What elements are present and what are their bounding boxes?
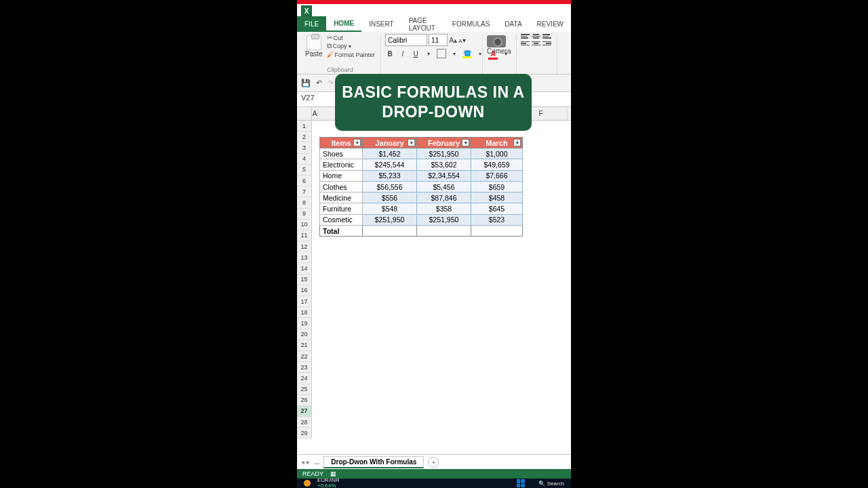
fill-color-button[interactable]: 🪣 (462, 49, 472, 58)
save-icon[interactable]: 💾 (301, 79, 311, 87)
taskbar-search[interactable]: 🔍 Search (538, 481, 564, 487)
row-header[interactable]: 20 (297, 329, 312, 340)
sheet-nav[interactable]: ◂▸ (301, 458, 310, 466)
row-header[interactable]: 21 (297, 340, 312, 351)
tab-review[interactable]: REVIEW (530, 16, 571, 32)
filter-icon[interactable]: ▾ (462, 139, 469, 146)
col-header-A[interactable]: A (312, 107, 318, 120)
italic-button[interactable]: I (398, 49, 408, 58)
th-march[interactable]: March▾ (471, 137, 523, 148)
row-header[interactable]: 29 (297, 428, 312, 439)
cell-jan[interactable]: $1,452 (363, 148, 417, 159)
th-february[interactable]: February▾ (417, 137, 471, 148)
tab-home[interactable]: HOME (326, 16, 361, 32)
row-header[interactable]: 24 (297, 373, 312, 384)
cell-mar[interactable]: $1,000 (471, 148, 523, 159)
align-middle-button[interactable] (532, 34, 540, 39)
row-header[interactable]: 25 (297, 384, 312, 395)
row-header[interactable]: 28 (297, 417, 312, 428)
cell-jan[interactable]: $556 (363, 192, 417, 203)
tab-formulas[interactable]: FORMULAS (445, 16, 498, 32)
align-left-button[interactable] (521, 41, 530, 46)
tab-data[interactable]: DATA (497, 16, 529, 32)
row-header[interactable]: 4 (297, 154, 312, 165)
font-size-combo[interactable] (429, 34, 448, 46)
cell-item[interactable]: Shoes (319, 148, 363, 159)
row-header[interactable]: 19 (297, 318, 312, 329)
cell-feb[interactable]: $5,456 (417, 182, 471, 192)
cell-jan[interactable]: $548 (363, 203, 417, 214)
align-center-button[interactable] (532, 41, 540, 46)
row-header[interactable]: 26 (297, 395, 312, 406)
row-header[interactable]: 13 (297, 252, 312, 263)
cell-jan[interactable]: $5,233 (363, 171, 417, 182)
row-header[interactable]: 23 (297, 362, 312, 373)
taskbar-stock-widget[interactable]: EUR/INR +0.64% (317, 478, 340, 488)
align-bottom-button[interactable] (542, 34, 551, 39)
cell-item[interactable]: Clothes (319, 182, 363, 192)
cell-mar[interactable]: $659 (471, 182, 523, 192)
row-header[interactable]: 12 (297, 241, 312, 252)
filter-icon[interactable]: ▾ (513, 139, 521, 146)
decrease-font-button[interactable]: A▾ (458, 37, 465, 44)
row-header[interactable]: 16 (297, 285, 312, 296)
windows-start-icon[interactable] (517, 479, 525, 487)
cell-mar[interactable]: $458 (471, 192, 523, 203)
align-top-button[interactable] (521, 34, 530, 39)
redo-button[interactable]: ↷ (328, 79, 334, 87)
tab-file[interactable]: FILE (297, 16, 326, 32)
cell-feb[interactable]: $251,950 (417, 148, 471, 159)
filter-icon[interactable]: ▾ (408, 139, 415, 146)
cell-mar[interactable]: $645 (471, 203, 523, 214)
increase-font-button[interactable]: A▴ (449, 36, 457, 44)
cell-feb[interactable]: $251,950 (417, 215, 471, 226)
cell-feb[interactable]: $358 (417, 203, 471, 214)
camera-icon[interactable] (487, 35, 506, 47)
cell-item[interactable]: Medicine (319, 192, 363, 203)
row-header[interactable]: 18 (297, 307, 312, 318)
cell-item[interactable]: Cosmetic (319, 215, 363, 226)
row-header[interactable]: 17 (297, 296, 312, 307)
row-header[interactable]: 6 (297, 176, 312, 186)
th-items[interactable]: Items▾ (319, 137, 363, 148)
row-header[interactable]: 22 (297, 351, 312, 362)
cell-mar[interactable]: $49,659 (471, 159, 523, 170)
cell-item[interactable]: Electronic (319, 159, 363, 170)
cell-feb[interactable]: $87,846 (417, 192, 471, 203)
row-header[interactable]: 11 (297, 230, 312, 241)
th-january[interactable]: January▾ (363, 137, 417, 148)
row-header[interactable]: 27 (297, 406, 312, 417)
macro-record-icon[interactable]: ▦ (330, 470, 336, 477)
cell-mar[interactable]: $7,666 (471, 171, 523, 182)
bold-button[interactable]: B (385, 49, 395, 58)
sheet-tab-active[interactable]: Drop-Dwon With Formulas (323, 456, 424, 468)
row-header[interactable]: 10 (297, 220, 312, 230)
cell-item[interactable]: Furniture (319, 203, 363, 214)
row-header[interactable]: 15 (297, 274, 312, 285)
name-box[interactable]: V27 (297, 92, 340, 106)
select-all-corner[interactable] (297, 107, 312, 120)
row-header[interactable]: 5 (297, 165, 312, 176)
cut-button[interactable]: ✂Cut (327, 34, 376, 41)
undo-button[interactable]: ↶ (316, 79, 322, 87)
tab-pagelayout[interactable]: PAGE LAYOUT (401, 16, 445, 32)
cell-jan[interactable]: $245,544 (363, 159, 417, 170)
filter-icon[interactable]: ▾ (353, 139, 361, 146)
cell-feb[interactable]: $53,602 (417, 159, 471, 170)
row-header[interactable]: 8 (297, 197, 312, 208)
row-header[interactable]: 7 (297, 186, 312, 197)
format-painter-button[interactable]: 🖌Format Painter (327, 51, 376, 58)
row-header[interactable]: 3 (297, 142, 312, 153)
copy-button[interactable]: ⧉Copy ▾ (327, 42, 376, 50)
align-right-button[interactable] (542, 41, 551, 46)
font-color-button[interactable]: A (488, 49, 498, 58)
row-header[interactable]: 14 (297, 263, 312, 274)
font-name-combo[interactable] (385, 34, 427, 46)
taskbar-notification-icon[interactable] (304, 480, 311, 487)
cell-jan[interactable]: $251,950 (363, 215, 417, 226)
tab-insert[interactable]: INSERT (361, 16, 401, 32)
total-mar[interactable] (471, 226, 523, 237)
row-header[interactable]: 9 (297, 209, 312, 220)
borders-button[interactable] (437, 49, 446, 58)
row-header[interactable]: 1 (297, 121, 312, 131)
